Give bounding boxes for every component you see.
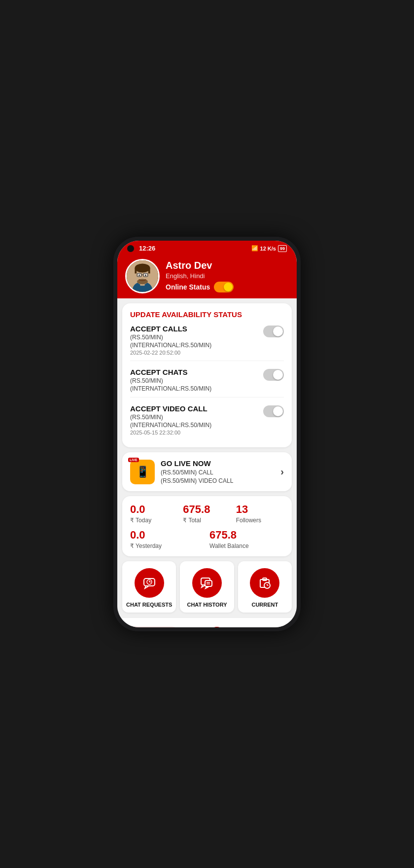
- stat-total: 675.8 ₹ Total: [183, 503, 231, 524]
- svg-rect-6: [148, 268, 150, 274]
- accept-calls-rate: (RS.50/MIN): [130, 334, 211, 341]
- accept-chats-info: ACCEPT CHATS (RS.50/MIN) (INTERNATIONAL:…: [130, 368, 211, 392]
- accept-calls-intl: (INTERNATIONAL:RS.50/MIN): [130, 342, 211, 349]
- go-live-line2: (RS.50/5MIN) VIDEO CALL: [161, 477, 275, 484]
- accept-chats-label: ACCEPT CHATS: [130, 368, 211, 376]
- battery-icon: 99: [278, 245, 287, 252]
- profile-nav-item[interactable]: 👤: [254, 624, 286, 627]
- live-icon: LIVE 📱: [130, 460, 155, 484]
- chat-requests-label: CHAT REQUESTS: [126, 602, 172, 608]
- network-speed: 12 K/s: [260, 246, 276, 252]
- go-live-info: GO LIVE NOW (RS.50/5MIN) CALL (RS.50/5MI…: [161, 459, 275, 484]
- go-live-card[interactable]: LIVE 📱 GO LIVE NOW (RS.50/5MIN) CALL (RS…: [122, 452, 292, 491]
- total-value: 675.8: [183, 503, 231, 516]
- home-nav-item[interactable]: 🏠 Home: [128, 626, 180, 628]
- availability-title: UPDATE AVAILABILITY STATUS: [130, 310, 284, 319]
- go-live-title: GO LIVE NOW: [161, 459, 275, 468]
- accept-calls-toggle[interactable]: [263, 326, 284, 337]
- current-icon: [250, 568, 279, 598]
- accept-calls-row: ACCEPT CALLS (RS.50/MIN) (INTERNATIONAL:…: [130, 325, 284, 361]
- svg-rect-5: [135, 268, 137, 274]
- svg-point-4: [135, 263, 150, 272]
- wallet-value: 675.8: [209, 529, 284, 542]
- status-bar: 12:26 📶 12 K/s 99: [117, 241, 297, 254]
- accept-calls-label: ACCEPT CALLS: [130, 325, 211, 333]
- wallet-label: Wallet Balance: [209, 542, 284, 549]
- accept-video-label: ACCEPT VIDEO CALL: [130, 404, 211, 413]
- today-value: 0.0: [130, 503, 178, 516]
- svg-point-11: [137, 279, 148, 284]
- today-label: ₹ Today: [130, 517, 178, 524]
- header-info: Astro Dev English, Hindi Online Status: [166, 260, 234, 292]
- online-status-row: Online Status: [166, 282, 234, 292]
- current-item[interactable]: CURRENT: [238, 561, 292, 613]
- accept-calls-date: 2025-02-22 20:52:00: [130, 350, 211, 356]
- stat-yesterday: 0.0 ₹ Yesterday: [130, 529, 205, 549]
- accept-chats-row: ACCEPT CHATS (RS.50/MIN) (INTERNATIONAL:…: [130, 368, 284, 398]
- chat-requests-item[interactable]: CHAT REQUESTS: [122, 561, 176, 613]
- astrologer-name: Astro Dev: [166, 260, 234, 271]
- toggle-knob: [224, 283, 233, 291]
- online-status-toggle[interactable]: [214, 282, 234, 292]
- current-label: CURRENT: [251, 602, 278, 608]
- accept-calls-toggle-knob: [273, 326, 283, 336]
- avatar-image: [127, 260, 158, 292]
- accept-video-intl: (INTERNATIONAL:RS.50/MIN): [130, 422, 211, 429]
- main-content: UPDATE AVAILABILITY STATUS ACCEPT CALLS …: [117, 298, 297, 627]
- phone-screen: 12:26 📶 12 K/s 99: [117, 241, 297, 627]
- chat-requests-icon: [135, 568, 164, 598]
- rupee-icon: ₹: [209, 627, 225, 627]
- accept-chats-toggle[interactable]: [263, 369, 284, 381]
- wallet-nav-item[interactable]: ₹: [200, 623, 234, 627]
- go-live-line1: (RS.50/5MIN) CALL: [161, 469, 275, 476]
- followers-value: 13: [236, 503, 284, 516]
- camera-icon: [127, 245, 134, 252]
- status-time: 12:26: [139, 245, 155, 252]
- chat-history-label: CHAT HISTORY: [187, 602, 227, 608]
- accept-video-info: ACCEPT VIDEO CALL (RS.50/MIN) (INTERNATI…: [130, 404, 211, 435]
- svg-point-10: [145, 274, 146, 276]
- followers-label: Followers: [236, 517, 284, 524]
- svg-point-25: [256, 575, 273, 591]
- accept-video-row: ACCEPT VIDEO CALL (RS.50/MIN) (INTERNATI…: [130, 404, 284, 440]
- accept-video-toggle-knob: [273, 406, 283, 416]
- online-status-label: Online Status: [166, 283, 210, 291]
- stat-today: 0.0 ₹ Today: [130, 503, 178, 524]
- accept-chats-rate: (RS.50/MIN): [130, 377, 211, 384]
- accept-video-toggle[interactable]: [263, 405, 284, 417]
- accept-chats-toggle-knob: [273, 370, 283, 380]
- icon-row: CHAT REQUESTS CHAT: [122, 561, 292, 613]
- total-label: ₹ Total: [183, 517, 231, 524]
- accept-video-date: 2025-05-15 22:32:00: [130, 430, 211, 435]
- live-badge: LIVE: [128, 458, 139, 462]
- avatar: [125, 259, 160, 293]
- yesterday-label: ₹ Yesterday: [130, 542, 205, 549]
- bottom-nav: 🏠 Home ₹ 👤: [117, 617, 297, 627]
- wifi-icon: 📶: [251, 245, 258, 252]
- svg-point-9: [138, 274, 140, 276]
- stat-wallet: 675.8 Wallet Balance: [209, 529, 284, 549]
- svg-rect-22: [205, 580, 212, 586]
- accept-calls-info: ACCEPT CALLS (RS.50/MIN) (INTERNATIONAL:…: [130, 325, 211, 356]
- stats-card: 0.0 ₹ Today 675.8 ₹ Total 13 Followers 0…: [122, 496, 292, 556]
- stat-followers: 13 Followers: [236, 503, 284, 524]
- phone-shell: 12:26 📶 12 K/s 99: [113, 237, 301, 631]
- accept-video-rate: (RS.50/MIN): [130, 414, 211, 421]
- chat-history-icon: [192, 568, 222, 598]
- yesterday-value: 0.0: [130, 529, 205, 542]
- availability-card: UPDATE AVAILABILITY STATUS ACCEPT CALLS …: [122, 303, 292, 447]
- accept-chats-intl: (INTERNATIONAL:RS.50/MIN): [130, 385, 211, 392]
- chevron-right-icon: ›: [280, 466, 284, 477]
- chat-history-item[interactable]: CHAT HISTORY: [180, 561, 234, 613]
- astrologer-languages: English, Hindi: [166, 272, 234, 280]
